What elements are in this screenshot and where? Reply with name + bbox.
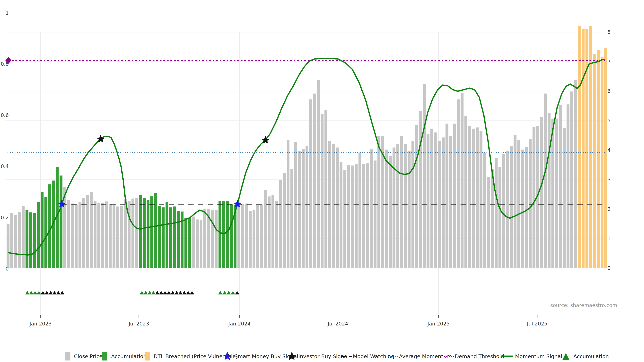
accumulation-triangle (148, 291, 152, 295)
right-axis-tick-label: 2 (608, 206, 611, 212)
price-bar-accumulation (41, 192, 44, 268)
right-axis-tick-label: 5 (608, 118, 611, 123)
price-bar-close (324, 110, 327, 268)
price-bar-close (279, 180, 282, 268)
source-note: source: sharemaestro.com (550, 302, 617, 308)
price-bar-close (328, 141, 331, 268)
price-bar-close (120, 206, 123, 268)
accumulation-triangle (163, 291, 167, 295)
price-bar-accumulation (222, 201, 225, 268)
legend-label-accumulation-tri: Accumulation (574, 353, 609, 359)
left-axis-tick-label: 0 (6, 266, 9, 272)
price-bar-close (385, 149, 388, 268)
price-bar-close (302, 149, 304, 268)
price-bar-close (71, 204, 74, 268)
x-axis-tick-label: Jul 2024 (327, 321, 348, 327)
price-bar-close (419, 111, 422, 268)
price-bar-close (260, 205, 263, 268)
x-axis-tick-label: Jan 2025 (427, 321, 450, 327)
accumulation-triangle (41, 291, 45, 295)
price-bar-close (476, 127, 479, 268)
price-bar-close (135, 198, 138, 268)
legend-item-accumulation-tri: Accumulation (562, 353, 609, 360)
price-bar-close (559, 105, 562, 268)
price-bar-close (306, 146, 308, 268)
price-bar-close (434, 132, 437, 268)
price-bar-close (98, 203, 100, 268)
price-bar-close (521, 149, 524, 268)
price-bar-close (238, 203, 240, 268)
price-bar-accumulation (150, 196, 153, 268)
legend-item-momentum-signal: Momentum Signal (501, 353, 562, 359)
price-bar-close (14, 215, 17, 268)
price-bar-close (495, 158, 498, 268)
price-bar-close (570, 91, 573, 268)
price-bar-close (347, 165, 350, 268)
price-bar-accumulation (60, 175, 62, 268)
price-bar-accumulation (26, 210, 28, 268)
price-bar-close (215, 210, 218, 268)
legend-item-dtl-breached: DTL Breached (Price Vulnerable) (144, 352, 238, 361)
price-bar-dtl_breached (600, 57, 604, 268)
accumulation-triangle (226, 291, 231, 295)
x-axis-tick-label: Jul 2023 (128, 321, 149, 327)
price-bar-close (532, 127, 535, 268)
price-bar-close (468, 126, 471, 268)
price-bar-accumulation (188, 218, 191, 268)
accumulation-triangle (29, 291, 33, 295)
legend-item-close-price: Close Price (66, 352, 102, 361)
accumulation-bars-swatch (102, 352, 107, 361)
dtl-breached-swatch (144, 352, 150, 361)
price-bar-accumulation (230, 204, 233, 268)
accumulation-triangle (56, 291, 60, 295)
accumulation-triangle (170, 291, 175, 295)
legend: Close PriceAccumulationDTL Breached (Pri… (66, 352, 609, 361)
right-axis-tick-label: 4 (608, 147, 611, 153)
price-bar-close (412, 141, 414, 268)
right-axis-tick-label: 3 (608, 177, 611, 183)
price-bar-close (309, 99, 312, 268)
accumulation-tri-swatch (562, 353, 569, 360)
price-bar-close (563, 128, 566, 268)
price-bar-close (506, 151, 509, 268)
legend-item-accumulation-bars: Accumulation (102, 352, 146, 361)
accumulation-triangle (159, 291, 163, 295)
right-axis-tick-label: 6 (608, 88, 611, 94)
price-bar-close (313, 93, 316, 268)
price-bar-close (112, 205, 116, 268)
accumulation-triangle (178, 291, 183, 295)
price-bar-close (464, 116, 467, 268)
left-axis-tick-label: 0.4 (1, 163, 9, 169)
price-bar-close (427, 134, 430, 268)
accumulation-triangle (222, 291, 227, 295)
legend-label-demand-threshold: Demand Threshold (455, 353, 504, 359)
price-bar-close (423, 84, 426, 268)
price-bar-close (377, 136, 380, 268)
price-bar-close (192, 217, 195, 268)
legend-item-average-momentum: Average Momentum (388, 353, 452, 359)
price-bar-close (438, 141, 441, 268)
price-bar-close (321, 114, 324, 268)
signal-markers (58, 135, 270, 208)
price-bar-close (75, 205, 78, 268)
price-bar-close (10, 213, 13, 268)
left-axis-tick-label: 0.8 (1, 61, 9, 67)
accumulation-triangle (186, 291, 190, 295)
right-axis-tick-label: 7 (608, 59, 611, 64)
price-bar-close (94, 201, 96, 268)
price-bar-close (82, 198, 85, 268)
price-bar-close (249, 211, 252, 268)
price-bar-close (442, 137, 444, 268)
x-axis-tick-label: Jul 2025 (526, 321, 548, 327)
price-bar-accumulation (29, 212, 32, 268)
accumulation-triangle (144, 291, 148, 295)
price-bar-close (540, 117, 543, 268)
legend-label-smart-money-buy: Smart Money Buy Signal (234, 353, 298, 359)
price-bar-close (128, 201, 130, 268)
accumulation-triangle (52, 291, 57, 295)
price-bar-close (396, 144, 399, 268)
price-bar-accumulation (170, 207, 172, 268)
price-bar-close (548, 113, 550, 268)
price-bar-close (78, 202, 81, 268)
price-bar-close (525, 147, 528, 268)
